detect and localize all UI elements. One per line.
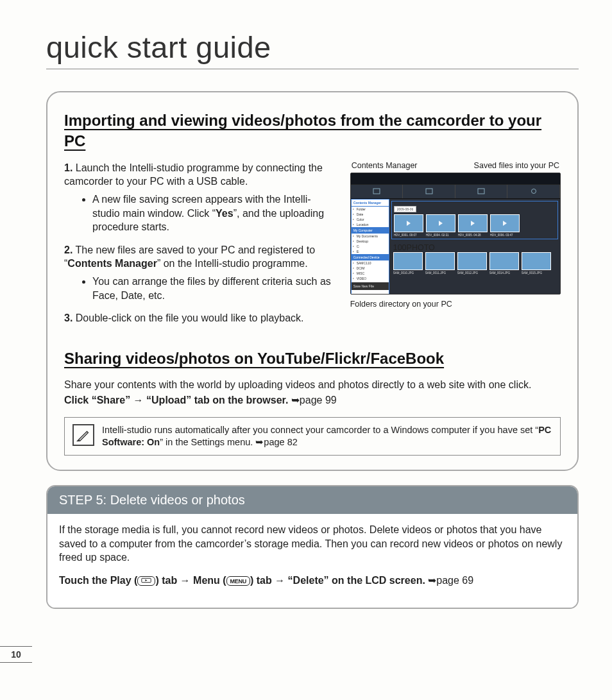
ss-device-row: 100PHOTO SAM_0010.JPG SAM_0011.JPG SAM_0… [391,241,558,277]
ss-thumb: SAM_0014.JPG [489,252,519,275]
note-text: Intelli-studio runs automatically after … [102,424,552,448]
ss-thumb: SAM_0012.JPG [457,252,487,275]
step-number: 3. [64,312,72,323]
svg-rect-0 [373,189,380,194]
main-box: Importing and viewing videos/photos from… [46,91,579,471]
ss-thumb: HDV_0001. 00:07 [394,214,423,237]
steps-list: 1. Launch the Intelli-studio programme b… [64,161,337,325]
step-text: Double-click on the file you would like … [76,312,304,323]
play-tab-icon [137,576,155,586]
step-text: Launch the Intelli-studio programme by c… [64,162,323,187]
share-intro: Share your contents with the world by up… [64,378,561,392]
ss-tab [507,185,560,198]
page-title: quick start guide [46,30,579,69]
figure-column: Contents Manager Saved files into your P… [350,161,561,334]
ss-tab [403,185,455,198]
ss-thumb: SAM_0015.JPG [522,252,551,275]
ss-sidebar: Contents Manager Folder Date Color Locat… [351,199,389,295]
step5-body: If the storage media is full, you cannot… [47,514,577,608]
page-number: 10 [0,646,32,663]
note-icon [72,424,94,446]
ss-titlebar [351,173,560,185]
svg-marker-5 [146,579,148,581]
ss-tab [455,185,508,198]
ss-saved-row: 2009-08-06 HDV_0001. 00:07 HDV_0004. 02:… [391,201,558,239]
step-item: 3. Double-click on the file you would li… [64,311,337,325]
svg-rect-1 [426,189,432,194]
ss-content: 2009-08-06 HDV_0001. 00:07 HDV_0004. 02:… [389,199,560,295]
figure-label-right: Saved files into your PC [474,161,559,170]
figure-caption-bottom: Folders directory on your PC [350,300,561,309]
ss-thumb: HDV_0004. 02:31 [426,214,455,237]
step-sub: You can arrange the files by different c… [92,275,337,302]
ss-thumb: HDV_0005. 04:28 [458,214,488,237]
menu-tab-icon: MENU [226,576,250,586]
step-text: The new files are saved to your PC and r… [64,244,315,269]
section1-heading: Importing and viewing videos/photos from… [64,110,561,152]
figure-label-left: Contents Manager [352,161,418,170]
app-screenshot: Contents Manager Folder Date Color Locat… [350,173,561,295]
step-item: 2. The new files are saved to your PC an… [64,243,337,302]
step5-heading: STEP 5: Delete videos or photos [47,486,577,514]
section2: Sharing videos/photos on YouTube/Flickr/… [64,348,561,456]
section2-heading: Sharing videos/photos on YouTube/Flickr/… [64,348,561,369]
section1-columns: 1. Launch the Intelli-studio programme b… [64,161,561,334]
ss-tab [351,185,404,198]
step-item: 1. Launch the Intelli-studio programme b… [64,161,337,234]
svg-point-3 [531,189,536,194]
ss-thumb: SAM_0011.JPG [425,252,455,275]
step-number: 2. [64,244,72,255]
ss-tabs [351,185,560,199]
svg-rect-2 [478,189,484,194]
steps-column: 1. Launch the Intelli-studio programme b… [64,161,337,334]
figure-top-labels: Contents Manager Saved files into your P… [350,161,561,170]
step5-instruction: Touch the Play () tab → Menu (MENU) tab … [59,574,566,588]
share-instruction: Click “Share” → “Upload” tab on the brow… [64,393,561,407]
step5-p1: If the storage media is full, you cannot… [59,523,566,565]
note-box: Intelli-studio runs automatically after … [64,417,561,456]
step5-box: STEP 5: Delete videos or photos If the s… [46,485,579,609]
ss-thumb: SAM_0010.JPG [393,252,423,275]
page: quick start guide Importing and viewing … [0,0,612,700]
step-number: 1. [64,162,72,173]
step-sub: A new file saving screen appears with th… [92,192,337,234]
ss-thumb: HDV_0006. 03:47 [490,214,520,237]
